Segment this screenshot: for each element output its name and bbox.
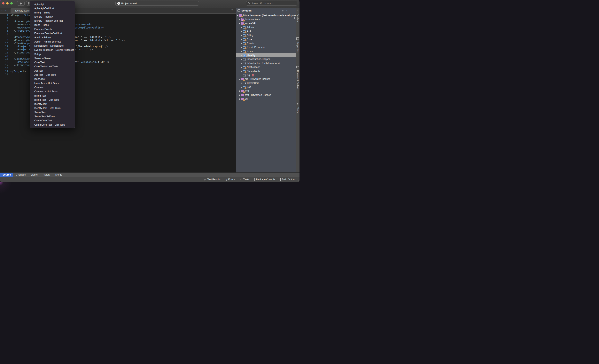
tree-item-identity[interactable]: ···Identity — [236, 53, 296, 57]
tree-item-solution[interactable]: ···Solution Items — [236, 17, 296, 21]
menu-item[interactable]: EventsProcessor – EventsProcessor — [30, 48, 75, 52]
expander-closed-icon[interactable] — [240, 66, 242, 68]
pin-icon[interactable] — [282, 9, 284, 12]
menu-item[interactable]: Api – Api — [30, 2, 75, 6]
menu-item[interactable]: Api.Test — [30, 69, 75, 73]
menu-item[interactable]: Billing.Test – Unit Tests — [30, 98, 75, 102]
menu-item[interactable]: Admin – Admin-SelfHost — [30, 40, 75, 44]
expander-closed-icon[interactable] — [239, 90, 240, 92]
expander-closed-icon[interactable] — [240, 54, 242, 56]
menu-item[interactable]: Icons.Test — [30, 77, 75, 81]
view-tab-source[interactable]: Source — [0, 173, 13, 177]
tree-item-bitwarden-server[interactable]: ···bitwarden-server (feature/self-hosted… — [236, 13, 296, 17]
resize-grip[interactable] — [297, 179, 299, 181]
statusbar-item-tasks[interactable]: ✓Tasks — [240, 178, 249, 181]
tree-item-sso[interactable]: ···Sso — [236, 85, 296, 89]
expander-closed-icon[interactable] — [240, 82, 242, 84]
menu-item[interactable]: Identity.Test — [30, 102, 75, 106]
pad-tab-properties[interactable]: Properties — [296, 37, 300, 53]
view-tab-history[interactable]: History — [40, 173, 53, 177]
menu-item[interactable]: Billing – Billing — [30, 11, 75, 15]
menu-item[interactable]: Billing.Test — [30, 94, 75, 98]
menu-item[interactable]: Identity – Identity-SelfHost — [30, 19, 75, 23]
view-tab-changes[interactable]: Changes — [13, 173, 28, 177]
expander-closed-icon[interactable] — [239, 94, 240, 96]
view-tab-merge[interactable]: Merge — [53, 173, 65, 177]
menu-item[interactable]: CommCore.Test – Unit Tests — [30, 123, 75, 127]
menu-item[interactable]: Identity – Identity — [30, 15, 75, 19]
menu-item[interactable]: Icons.Test – Unit Tests — [30, 81, 75, 85]
menu-item[interactable]: Common — [30, 85, 75, 89]
expander-closed-icon[interactable] — [240, 30, 242, 32]
tree-item-core[interactable]: ···Core — [236, 37, 296, 41]
expander-open-icon[interactable] — [239, 22, 240, 24]
vertical-scrollbar[interactable] — [294, 17, 295, 19]
expander-closed-icon[interactable] — [240, 62, 242, 64]
tree-item-billing[interactable]: ···Billing — [236, 33, 296, 37]
expander-closed-icon[interactable] — [239, 18, 240, 20]
menu-item[interactable]: CommCore.Test — [30, 119, 75, 123]
tree-item-admin[interactable]: ···Admin — [236, 25, 296, 29]
statusbar-item-errors[interactable]: ✕Errors — [226, 178, 235, 181]
tree-item-src[interactable]: ···src - AGPL — [236, 21, 296, 25]
statusbar-item-test-results[interactable]: Test Results — [204, 178, 220, 181]
menu-item[interactable]: Common – Unit Tests — [30, 89, 75, 94]
menu-item[interactable]: Events – Events — [30, 27, 75, 31]
pad-tab-document-outline[interactable]: Document Outline — [296, 66, 300, 89]
run-button[interactable] — [17, 1, 25, 6]
view-tab-blame[interactable]: Blame — [28, 173, 40, 177]
statusbar-item-build-output[interactable]: Build Output — [280, 178, 295, 181]
tree-item-api[interactable]: ···Api — [236, 29, 296, 33]
menu-item[interactable]: Notifications – Notifications — [30, 44, 75, 48]
expander-closed-icon[interactable] — [240, 27, 242, 28]
menu-item[interactable]: Sso – Sso — [30, 110, 75, 115]
pad-tab-toolbox[interactable]: Toolbox — [296, 9, 300, 22]
tree-item-infrastructure.entityframework[interactable]: ✦Infrastructure.EntityFramework — [236, 61, 296, 65]
expander-open-icon[interactable] — [237, 15, 238, 16]
menu-item[interactable]: Server – Server — [30, 56, 75, 61]
tree-item-notifications[interactable]: ···Notifications — [236, 65, 296, 69]
expander-closed-icon[interactable] — [239, 98, 240, 100]
tree-item-sharedweb[interactable]: ···SharedWeb — [236, 69, 296, 73]
close-window-button[interactable] — [2, 2, 4, 4]
menu-item[interactable]: Icons – Icons — [30, 23, 75, 27]
zoom-window-button[interactable] — [10, 2, 13, 4]
tree-item-commcore[interactable]: ✦CommCore — [236, 81, 296, 85]
tree-item-icons[interactable]: ···Icons — [236, 49, 296, 53]
tree-item-test[interactable]: ···test — [236, 89, 296, 93]
close-pad-icon[interactable]: ✕ — [286, 9, 288, 12]
menu-item[interactable]: Api.Test – Unit Tests — [30, 73, 75, 77]
tree-item-events[interactable]: ···Events — [236, 41, 296, 45]
tree-item-infrastructure.dapper[interactable]: ✦Infrastructure.Dapper — [236, 57, 296, 61]
statusbar-item-package-console[interactable]: Package Console — [255, 178, 275, 181]
expander-open-icon[interactable] — [239, 78, 240, 80]
expander-closed-icon[interactable] — [240, 42, 242, 44]
tree-item-sql[interactable]: ✦Sql✕ — [236, 73, 296, 77]
search-input[interactable]: Press '⌘.' to search — [246, 1, 297, 6]
menu-item[interactable]: Events – Events-SelfHost — [30, 31, 75, 36]
back-icon[interactable]: ‹ — [1, 8, 5, 12]
check-circle-icon — [117, 2, 120, 5]
expander-closed-icon[interactable] — [240, 70, 242, 72]
expander-closed-icon[interactable] — [240, 50, 242, 52]
minimize-window-button[interactable] — [6, 2, 9, 4]
menu-item[interactable]: Core.Test – Unit Tests — [30, 65, 75, 69]
tab-overflow-icon[interactable]: ▼ — [231, 9, 233, 11]
forward-icon[interactable]: › — [5, 8, 9, 12]
expander-closed-icon[interactable] — [240, 38, 242, 40]
tree-item-src[interactable]: ···src - Bitwarden License — [236, 77, 296, 81]
expander-closed-icon[interactable] — [240, 86, 242, 88]
menu-item[interactable]: Identity.Test – Unit Tests — [30, 106, 75, 110]
tree-item-test[interactable]: ✦test - Bitwarden License — [236, 93, 296, 97]
pad-tab-tests[interactable]: Tests — [296, 103, 300, 113]
menu-item[interactable]: Api – Api-SelfHost — [30, 6, 75, 10]
tree-item-eventsprocessor[interactable]: ···EventsProcessor — [236, 45, 296, 49]
expander-closed-icon[interactable] — [240, 35, 242, 36]
menu-item[interactable]: Admin – Admin — [30, 36, 75, 40]
tree-item-util[interactable]: ···util — [236, 97, 296, 101]
menu-item[interactable]: Sso – Sso-SelfHost — [30, 115, 75, 119]
expander-closed-icon[interactable] — [240, 46, 242, 48]
expander-closed-icon[interactable] — [240, 58, 242, 60]
menu-item[interactable]: Core.Test — [30, 61, 75, 65]
menu-item[interactable]: Setup — [30, 52, 75, 56]
